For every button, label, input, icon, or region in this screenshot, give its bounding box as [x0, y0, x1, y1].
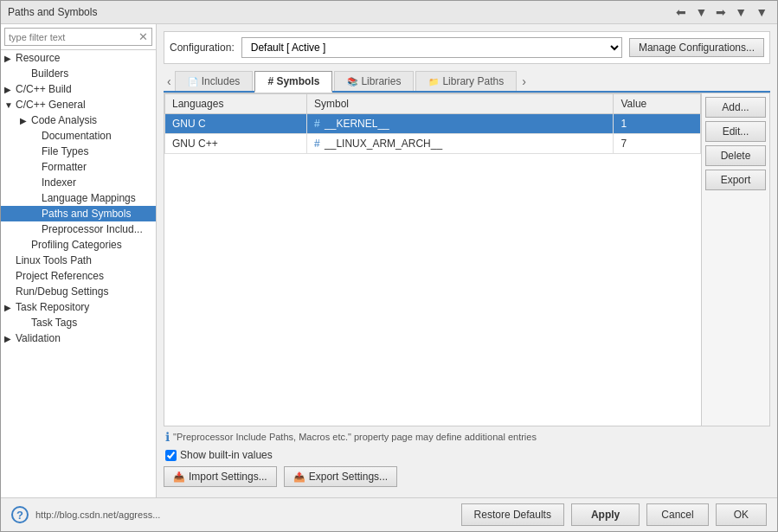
hash-icon: # [314, 118, 320, 130]
restore-defaults-button[interactable]: Restore Defaults [461, 503, 564, 526]
table-area: Languages Symbol Value GNU C # __KERNEL_… [164, 93, 770, 426]
arrow-icon: ▶ [4, 303, 13, 312]
sidebar-item-cpp-build[interactable]: ▶ C/C++ Build [1, 81, 156, 97]
cell-symbol: # __LINUX_ARM_ARCH__ [307, 134, 614, 154]
help-icon[interactable]: ? [11, 506, 29, 523]
hash-icon: # [314, 138, 320, 150]
import-export-row: 📥 Import Settings... 📤 Export Settings..… [164, 463, 770, 490]
apply-button[interactable]: Apply [571, 503, 640, 526]
arrow-icon: ▶ [4, 54, 13, 63]
library-paths-tab-icon: 📁 [428, 77, 439, 87]
info-bar: ℹ "Preprocessor Include Paths, Macros et… [164, 426, 770, 447]
tabs-container: ‹ 📄 Includes # Symbols 📚 Libraries 📁 Lib… [164, 71, 770, 93]
clear-filter-icon[interactable]: ✕ [138, 30, 148, 43]
config-row: Configuration: Default [ Active ] Manage… [164, 31, 770, 64]
dialog-body: ✕ ▶ Resource Builders ▶ C/C++ Build [1, 24, 777, 497]
arrow-icon: ▼ [4, 100, 13, 110]
cell-language: GNU C [165, 114, 307, 134]
footer-left: ? http://blog.csdn.net/aggress... [11, 506, 160, 523]
config-select[interactable]: Default [ Active ] [241, 37, 622, 58]
arrow-icon: ▶ [4, 334, 13, 343]
dialog-title: Paths and Symbols [8, 6, 97, 18]
sidebar-item-documentation[interactable]: Documentation [1, 128, 156, 144]
table-wrapper: Languages Symbol Value GNU C # __KERNEL_… [164, 93, 701, 426]
libraries-tab-icon: 📚 [347, 77, 357, 87]
dialog-footer: ? http://blog.csdn.net/aggress... Restor… [1, 497, 777, 531]
export-icon: 📤 [293, 471, 305, 483]
tabs-scroll-right[interactable]: › [518, 73, 530, 90]
back-icon[interactable]: ⬅ [673, 4, 689, 20]
footer-url: http://blog.csdn.net/aggress... [35, 510, 160, 520]
menu-icon[interactable]: ▼ [753, 4, 770, 20]
tab-libraries[interactable]: 📚 Libraries [334, 71, 414, 91]
show-builtin-row: Show built-in values [164, 447, 770, 463]
cell-value: 7 [614, 134, 701, 154]
sidebar-item-validation[interactable]: ▶ Validation [1, 330, 156, 346]
symbols-table: Languages Symbol Value GNU C # __KERNEL_… [164, 93, 701, 154]
includes-tab-icon: 📄 [188, 77, 198, 87]
sidebar-item-cpp-general[interactable]: ▼ C/C++ General [1, 97, 156, 112]
sidebar-item-language-mappings[interactable]: Language Mappings [1, 190, 156, 206]
tab-includes[interactable]: 📄 Includes [175, 71, 254, 91]
sidebar-tree: ▶ Resource Builders ▶ C/C++ Build ▼ C/C+… [1, 50, 156, 346]
tab-symbols[interactable]: # Symbols [254, 71, 332, 93]
show-builtin-label: Show built-in values [180, 449, 273, 461]
info-text: "Preprocessor Include Paths, Macros etc.… [173, 432, 537, 442]
tabs-scroll-left[interactable]: ‹ [164, 73, 175, 90]
filter-box: ✕ [1, 24, 156, 50]
sidebar-item-paths-and-symbols[interactable]: Paths and Symbols [1, 206, 156, 221]
sidebar-item-code-analysis[interactable]: ▶ Code Analysis [1, 112, 156, 128]
import-settings-button[interactable]: 📥 Import Settings... [164, 466, 277, 487]
sidebar-item-resource[interactable]: ▶ Resource [1, 50, 156, 66]
sidebar-item-file-types[interactable]: File Types [1, 144, 156, 159]
forward-icon[interactable]: ➡ [713, 4, 729, 20]
sidebar: ✕ ▶ Resource Builders ▶ C/C++ Build [1, 24, 157, 497]
export-button[interactable]: Export [705, 170, 766, 190]
table-row[interactable]: GNU C # __KERNEL__ 1 [165, 114, 701, 134]
edit-button[interactable]: Edit... [705, 121, 766, 142]
footer-right: Restore Defaults Apply Cancel OK [461, 503, 767, 526]
col-languages: Languages [165, 94, 307, 114]
dropdown-icon[interactable]: ▼ [692, 4, 710, 20]
cell-symbol: # __KERNEL__ [307, 114, 614, 134]
table-action-buttons: Add... Edit... Delete Export [701, 93, 769, 426]
sidebar-item-task-tags[interactable]: Task Tags [1, 315, 156, 330]
main-content: Configuration: Default [ Active ] Manage… [157, 24, 777, 497]
sidebar-item-linux-tools-path[interactable]: Linux Tools Path [1, 253, 156, 268]
filter-input[interactable] [9, 32, 121, 42]
sidebar-item-project-references[interactable]: Project References [1, 268, 156, 284]
manage-configurations-button[interactable]: Manage Configurations... [629, 38, 764, 57]
show-builtin-checkbox[interactable] [165, 450, 177, 461]
sidebar-item-indexer[interactable]: Indexer [1, 175, 156, 190]
dropdown2-icon[interactable]: ▼ [732, 4, 749, 20]
sidebar-item-preprocessor-includes[interactable]: Preprocessor Includ... [1, 221, 156, 237]
col-value: Value [614, 94, 701, 114]
sidebar-item-formatter[interactable]: Formatter [1, 159, 156, 175]
sidebar-item-run-debug-settings[interactable]: Run/Debug Settings [1, 284, 156, 299]
export-settings-button[interactable]: 📤 Export Settings... [284, 466, 397, 487]
sidebar-item-task-repository[interactable]: ▶ Task Repository [1, 299, 156, 315]
info-icon: ℹ [165, 430, 170, 444]
col-symbol: Symbol [307, 94, 614, 114]
arrow-icon: ▶ [20, 116, 29, 125]
cell-value: 1 [614, 114, 701, 134]
import-icon: 📥 [173, 471, 185, 483]
nav-icons: ⬅ ▼ ➡ ▼ ▼ [673, 4, 770, 20]
filter-input-wrapper[interactable]: ✕ [4, 28, 152, 46]
config-label: Configuration: [170, 42, 235, 54]
main-dialog: Paths and Symbols ⬅ ▼ ➡ ▼ ▼ ✕ ▶ Resource [0, 0, 778, 532]
sidebar-item-profiling-categories[interactable]: Profiling Categories [1, 237, 156, 253]
arrow-icon: ▶ [4, 85, 13, 94]
ok-button[interactable]: OK [716, 503, 767, 526]
sidebar-item-builders[interactable]: Builders [1, 66, 156, 81]
cell-language: GNU C++ [165, 134, 307, 154]
dialog-header: Paths and Symbols ⬅ ▼ ➡ ▼ ▼ [1, 1, 777, 24]
tab-library-paths[interactable]: 📁 Library Paths [415, 71, 517, 91]
delete-button[interactable]: Delete [705, 145, 766, 166]
table-row[interactable]: GNU C++ # __LINUX_ARM_ARCH__ 7 [165, 134, 701, 154]
add-button[interactable]: Add... [705, 97, 766, 118]
cancel-button[interactable]: Cancel [646, 503, 708, 526]
